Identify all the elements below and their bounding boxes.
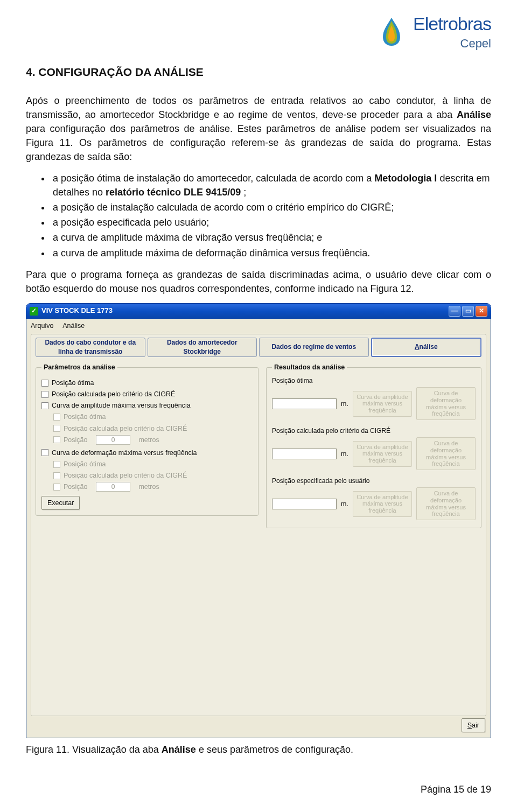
ghost-btn-amplitude-2: Curva de amplitude máxima versus freqüên… xyxy=(353,441,412,467)
result-label-otima: Posição ótima xyxy=(272,376,476,386)
ghost-btn-deformacao: Curva de deformação máxima versus freqüê… xyxy=(416,387,476,420)
section-heading: 4. CONFIGURAÇÃO DA ANÁLISE xyxy=(26,64,491,80)
checkbox-sub-posicao-cigre: Posição calculada pelo critério da CIGRÉ xyxy=(53,424,253,433)
execute-button[interactable]: Executar xyxy=(41,496,80,510)
results-legend: Resultados da análise xyxy=(272,362,347,372)
instruction-paragraph: Para que o programa forneça as grandezas… xyxy=(26,268,491,296)
list-item: a posição especificada pelo usuário; xyxy=(51,215,491,229)
params-legend: Parâmetros da análise xyxy=(41,362,117,372)
result-field-otima xyxy=(272,398,337,409)
tab-regime-ventos[interactable]: Dados do regime de ventos xyxy=(259,338,369,357)
tab-amortecedor[interactable]: Dados do amortecedor Stockbridge xyxy=(148,338,257,357)
checkbox-sub2-posicao-cigre: Posição calculada pelo critério da CIGRÉ xyxy=(53,471,253,480)
ghost-btn-amplitude-3: Curva de amplitude máxima versus freqüên… xyxy=(353,491,412,517)
checkbox-sub2-posicao-otima: Posição ótima xyxy=(53,459,253,469)
checkbox-posicao-otima[interactable]: Posição ótima xyxy=(41,378,253,388)
checkbox-sub-posicao-custom: Posição 0 metros xyxy=(53,435,253,445)
page-footer: Página 15 de 19 xyxy=(26,782,491,796)
list-item: a posição ótima de instalação do amortec… xyxy=(51,171,491,199)
checkbox-curva-deformacao[interactable]: Curva de deformação máxima versus freqüê… xyxy=(41,448,253,458)
checkbox-sub-posicao-otima: Posição ótima xyxy=(53,412,253,422)
checkbox-sub2-posicao-custom: Posição 0 metros xyxy=(53,482,253,492)
posicao-input-2: 0 xyxy=(96,482,130,492)
result-field-cigre xyxy=(272,449,337,459)
ghost-btn-deformacao-3: Curva de deformação máxima versus freqüê… xyxy=(416,487,476,520)
result-label-cigre: Posição calculada pelo critério da CIGRÉ xyxy=(272,426,476,436)
figure-caption: Figura 11. Visualização da aba Análise e… xyxy=(26,743,491,757)
list-item: a posição de instalação calculada de aco… xyxy=(51,200,491,214)
tab-cabo-condutor[interactable]: Dados do cabo condutor e da linha de tra… xyxy=(36,338,145,357)
logo-brand: Eletrobras xyxy=(413,11,491,37)
intro-paragraph: Após o preenchimento de todos os parâmet… xyxy=(26,94,491,164)
params-fieldset: Parâmetros da análise Posição ótima Posi… xyxy=(36,362,258,516)
exit-button[interactable]: Sair xyxy=(462,718,485,732)
app-window: ✓ VIV STOCK DLE 1773 — ▭ ✕ Arquivo Análi… xyxy=(26,303,491,738)
header-logo: Eletrobras Cepel xyxy=(26,11,491,52)
ghost-btn-amplitude: Curva de amplitude máxima versus freqüên… xyxy=(353,391,412,417)
maximize-button[interactable]: ▭ xyxy=(462,306,474,317)
posicao-input: 0 xyxy=(96,435,130,445)
list-item: a curva de amplitude máxima de deformaçã… xyxy=(51,246,491,260)
result-field-usuario xyxy=(272,499,337,509)
close-button[interactable]: ✕ xyxy=(476,306,487,317)
logo-subbrand: Cepel xyxy=(413,35,491,52)
tab-analise[interactable]: Análise xyxy=(371,338,482,357)
minimize-button[interactable]: — xyxy=(449,306,460,317)
results-fieldset: Resultados da análise Posição ótima m. C… xyxy=(266,362,481,528)
result-label-usuario: Posição especificada pelo usuário xyxy=(272,477,476,486)
menu-analise[interactable]: Análise xyxy=(62,322,85,330)
list-item: a curva de amplitude máxima de vibração … xyxy=(51,230,491,244)
menu-bar: Arquivo Análise xyxy=(26,319,491,333)
ghost-btn-deformacao-2: Curva de deformação máxima versus freqüê… xyxy=(416,437,476,470)
window-title: VIV STOCK DLE 1773 xyxy=(41,306,113,316)
feature-list: a posição ótima de instalação do amortec… xyxy=(26,171,491,260)
app-icon: ✓ xyxy=(30,307,38,316)
window-titlebar[interactable]: ✓ VIV STOCK DLE 1773 — ▭ ✕ xyxy=(26,304,491,319)
menu-arquivo[interactable]: Arquivo xyxy=(31,322,53,330)
checkbox-curva-amplitude[interactable]: Curva de amplitude máxima versus frequên… xyxy=(41,401,253,410)
checkbox-posicao-cigre[interactable]: Posição calculada pelo critério da CIGRÉ xyxy=(41,389,253,399)
flame-icon xyxy=(375,16,408,48)
